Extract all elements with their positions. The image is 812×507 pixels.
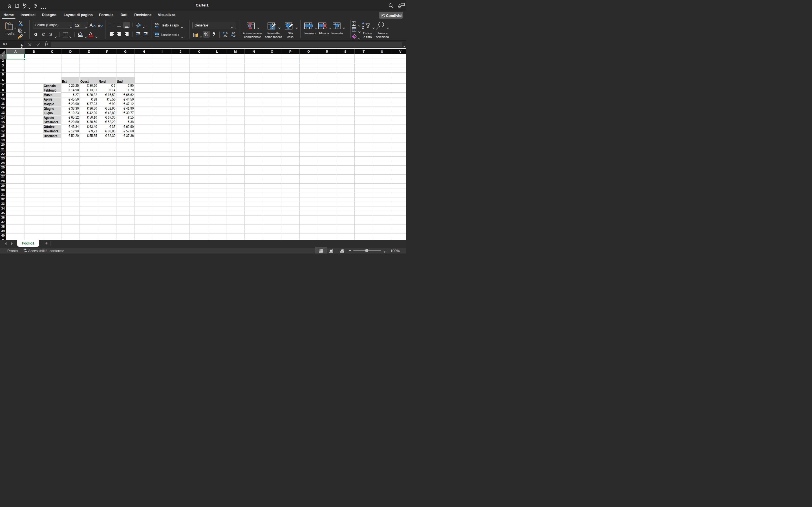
svg-text:,00: ,00 xyxy=(223,34,227,37)
svg-text:,0: ,0 xyxy=(234,34,236,37)
